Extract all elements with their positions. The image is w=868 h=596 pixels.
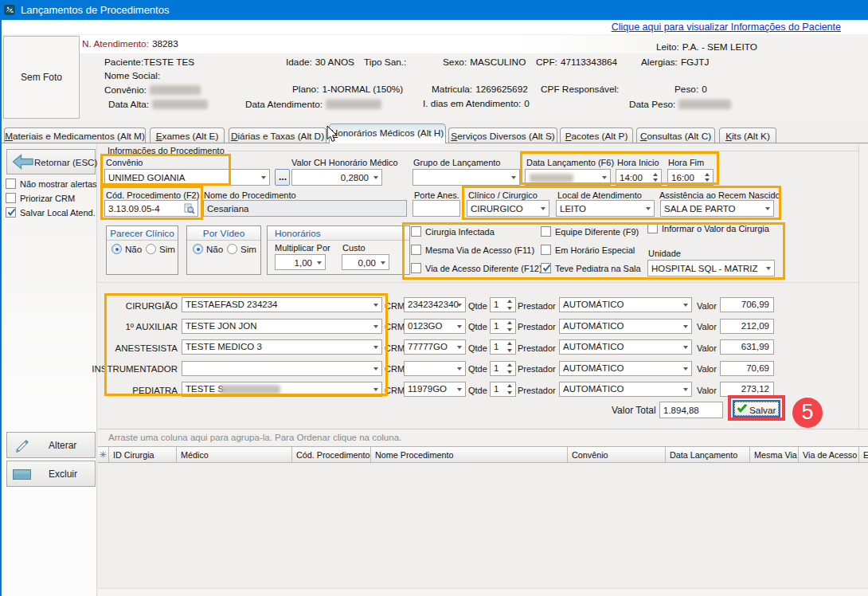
cirurgiao-crm-combo[interactable]: 2342342340 [404, 297, 466, 312]
cirurgiao-valor-field[interactable]: 706,99 [720, 297, 774, 312]
auxiliar-name-combo[interactable]: TESTE JON JON [182, 319, 382, 334]
radio-icon [193, 244, 203, 254]
hora-fim-spinner[interactable]: 16:00 [667, 169, 714, 186]
video-sim-radio[interactable]: Sim [227, 244, 256, 254]
anestesista-qtde-spinner[interactable]: 1 [490, 339, 516, 355]
tab-kits[interactable]: Kits (Alt K) [719, 127, 776, 143]
role-label-instrumentador: INSTRUMENTADOR [64, 364, 178, 374]
auxiliar-prestador-combo[interactable]: AUTOMÁTICO [559, 319, 692, 334]
pediatra-valor-field[interactable]: 273,12 [720, 382, 774, 397]
grid-col-nome-procedimento[interactable]: Nome Procedimento [371, 447, 568, 462]
video-nao-radio[interactable]: Não [193, 244, 223, 254]
checkbox-mesma-via[interactable]: Mesma Via de Acesso (F11) [411, 245, 534, 255]
spin-down-icon[interactable] [507, 391, 512, 394]
eraser-icon [13, 469, 31, 480]
atendimento-value: 38283 [152, 38, 178, 49]
grid-col-extra[interactable]: E [859, 447, 868, 462]
grid-body[interactable] [98, 464, 868, 588]
tab-pacotes[interactable]: Pacotes (Alt P) [560, 127, 633, 143]
alterar-button[interactable]: Alterar [6, 432, 96, 458]
spin-down-icon[interactable] [507, 371, 512, 374]
browse-convenio-button[interactable]: ... [275, 169, 290, 186]
dropdown-arrow-icon [683, 388, 688, 391]
parecer-sim-radio[interactable]: Sim [146, 244, 175, 254]
checkbox-equipe-diferente[interactable]: Equipe Diferente (F9) [541, 226, 639, 237]
hora-inicio-spinner[interactable]: 14:00 [616, 169, 662, 186]
convenio-combo[interactable]: UNIMED GOIANIA [104, 169, 270, 186]
spin-down-icon[interactable] [507, 349, 512, 352]
local-atendimento-combo[interactable]: LEITO [556, 200, 655, 217]
link-strip: Clique aqui para visualizar Informações … [2, 20, 868, 34]
auxiliar-qtde-spinner[interactable]: 1 [490, 319, 516, 334]
pediatra-name-combo[interactable]: TESTE S [182, 382, 382, 397]
checkbox-nao-mostrar-alertas[interactable]: Não mostrar alertas [6, 178, 97, 189]
spin-down-icon[interactable] [507, 328, 512, 331]
instrumentador-prestador-combo[interactable]: AUTOMÁTICO [559, 361, 692, 376]
spin-up-icon[interactable] [507, 321, 512, 324]
tab-diarias[interactable]: Diárias e Taxas (Alt D) [229, 127, 326, 143]
pediatra-prestador-combo[interactable]: AUTOMÁTICO [559, 382, 692, 397]
tab-honorarios[interactable]: Honorários Médicos (Alt H) [329, 124, 446, 143]
cod-procedimento-field[interactable]: 3.13.09.05-4 [104, 200, 198, 217]
spin-up-icon[interactable] [507, 300, 512, 303]
spin-up-icon[interactable] [507, 363, 512, 367]
valor-ch-combo[interactable]: 0,2800 [291, 169, 382, 186]
data-lancamento-combo[interactable] [525, 169, 611, 186]
excluir-button[interactable]: Excluir [6, 461, 96, 487]
assistencia-combo[interactable]: SALA DE PARTO [660, 200, 774, 217]
anestesista-valor-field[interactable]: 631,99 [720, 339, 774, 355]
retornar-button[interactable]: Retornar (ESC) [6, 149, 96, 174]
search-icon[interactable] [184, 203, 195, 214]
grid-col-via-acesso[interactable]: Via de Acesso [799, 447, 859, 462]
spin-up-icon[interactable] [705, 173, 710, 176]
tab-exames[interactable]: Exames (Alt E) [150, 127, 225, 143]
instrumentador-name-combo[interactable] [182, 361, 382, 376]
salvar-button[interactable]: Salvar [733, 400, 780, 418]
cirurgiao-prestador-combo[interactable]: AUTOMÁTICO [559, 297, 692, 312]
porte-anes-field[interactable] [412, 200, 460, 217]
auxiliar-crm-combo[interactable]: 0123GO [404, 319, 466, 334]
checkbox-informar-valor[interactable]: Informar o Valor da Cirurgia [647, 223, 769, 233]
grid-groupby-bar[interactable]: Arraste uma coluna aqui para agrupa-la. … [98, 429, 868, 446]
valor-total-field[interactable]: 1.894,88 [659, 402, 723, 418]
anestesista-name-combo[interactable]: TESTE MEDICO 3 [182, 339, 382, 355]
grid-col-medico[interactable]: Médico [177, 447, 292, 462]
instrumentador-qtde-spinner[interactable]: 1 [490, 361, 516, 376]
unidade-combo[interactable]: HOSPITAL SQL - MATRIZ [647, 260, 775, 276]
checkbox-horario-especial[interactable]: Em Horário Especial [541, 245, 635, 255]
auxiliar-valor-field[interactable]: 212,09 [720, 319, 774, 334]
instrumentador-crm-combo[interactable] [404, 361, 466, 376]
clinico-cirurgico-combo[interactable]: CIRURGICO [467, 200, 549, 217]
checkbox-via-diferente[interactable]: Via de Acesso Diferente (F12) [411, 263, 542, 273]
tab-servicos[interactable]: Serviços Diversos (Alt S) [448, 127, 557, 143]
checkbox-cirurgia-infectada[interactable]: Cirurgia Infectada [411, 226, 495, 237]
spin-up-icon[interactable] [507, 342, 512, 345]
grid-col-mesma-via[interactable]: Mesma Via de Acesso [750, 447, 799, 462]
grid-col-cod-procedimento[interactable]: Cód. Procedimento [292, 447, 371, 462]
multiplicar-combo[interactable]: 1,00 [275, 254, 326, 270]
anestesista-crm-combo[interactable]: 77777GO [404, 339, 466, 355]
grid-col-data-lancamento[interactable]: Data Lançamento [666, 447, 750, 462]
spin-up-icon[interactable] [507, 384, 512, 387]
patient-info-link[interactable]: Clique aqui para visualizar Informações … [612, 22, 841, 33]
pediatra-crm-combo[interactable]: 11979GO [404, 382, 466, 397]
grupo-lancamento-combo[interactable] [412, 169, 520, 186]
spin-up-icon[interactable] [653, 173, 658, 176]
checkbox-salvar-local[interactable]: Salvar Local Atend. [6, 207, 96, 218]
parecer-nao-radio[interactable]: Não [111, 244, 142, 254]
anestesista-prestador-combo[interactable]: AUTOMÁTICO [559, 339, 692, 355]
spin-down-icon[interactable] [705, 178, 710, 182]
spin-down-icon[interactable] [507, 307, 512, 310]
custo-combo[interactable]: 0,00 [342, 254, 389, 270]
cirurgiao-qtde-spinner[interactable]: 1 [490, 297, 516, 312]
pediatra-qtde-spinner[interactable]: 1 [490, 382, 516, 397]
grid-col-id-cirurgia[interactable]: ID Cirurgia [109, 447, 177, 462]
instrumentador-valor-field[interactable]: 70,69 [720, 361, 774, 376]
grid-col-convenio[interactable]: Convênio [568, 447, 666, 462]
tab-materiais[interactable]: Materiais e Medicamentos (Alt M) [4, 127, 146, 143]
tab-consultas[interactable]: Consultas (Alt C) [636, 127, 715, 143]
cirurgiao-name-combo[interactable]: TESTAEFASD 234234 [182, 297, 382, 312]
spin-down-icon[interactable] [653, 178, 658, 182]
checkbox-teve-pediatra[interactable]: Teve Pediatra na Sala [541, 263, 641, 273]
checkbox-priorizar-crm[interactable]: Priorizar CRM [6, 193, 75, 203]
